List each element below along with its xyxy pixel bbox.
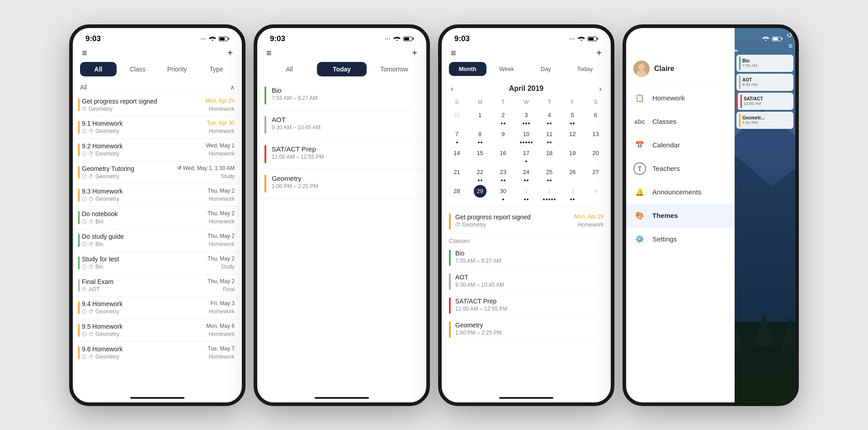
drawer-item-calendar[interactable]: 📅 Calendar bbox=[626, 133, 735, 157]
cal-cell-21[interactable]: 21 bbox=[445, 164, 468, 183]
hw-item-9[interactable]: Final Exam Thu, May 2 ⏱ AOT Final bbox=[73, 274, 242, 296]
cal-next-arrow[interactable]: › bbox=[599, 84, 602, 94]
tab-type-1[interactable]: Type bbox=[198, 62, 235, 76]
sched-item-bio[interactable]: Bio 7:55 AM – 9:27 AM bbox=[257, 81, 426, 110]
hw-item-12[interactable]: 9.6 Homework Tue, May 7 ⓘ ⏱ Geometry Hom… bbox=[73, 341, 242, 364]
add-icon-2[interactable]: + bbox=[412, 48, 417, 58]
phone-3: 9:03 ··· ≡ + Month Week Day Today ‹ Apri… bbox=[438, 24, 614, 406]
add-icon-3[interactable]: + bbox=[596, 48, 602, 58]
add-icon-1[interactable]: + bbox=[227, 48, 233, 58]
tab-day-3[interactable]: Day bbox=[527, 62, 565, 76]
hw-name-1: Get progress report signed bbox=[82, 98, 157, 105]
hw-item-3[interactable]: 9.2 Homework Wed, May 1 ⓘ ⏱ Geometry Hom… bbox=[73, 138, 242, 161]
right-name-geo: Geometr... bbox=[742, 115, 764, 120]
hw-class-4: Geometry bbox=[95, 173, 119, 180]
hw-type-1: Homework bbox=[209, 106, 235, 112]
sched-item-geo[interactable]: Geometry 1:00 PM – 2:25 PM bbox=[257, 169, 426, 198]
tab-tomorrow-2[interactable]: Tomorrow bbox=[369, 62, 419, 76]
cal-class-bio[interactable]: Bio 7:55 AM – 9:27 AM bbox=[442, 246, 611, 270]
status-icons-2: ··· bbox=[385, 35, 414, 42]
drawer-item-announcements[interactable]: 🔔 Announcements bbox=[626, 180, 735, 204]
cal-cell-1[interactable]: 1 bbox=[468, 107, 491, 126]
drawer-item-teachers[interactable]: T Teachers bbox=[626, 157, 735, 180]
cal-cell-4[interactable]: 4 bbox=[538, 107, 561, 126]
header-2: ≡ + bbox=[257, 46, 426, 62]
cal-cell-m4[interactable]: 4 bbox=[584, 183, 607, 202]
cal-cell-m2[interactable]: 2 bbox=[538, 183, 561, 202]
hw-item-8[interactable]: Study for test Thu, May 2 ⓘ ⏱ Bio Study bbox=[73, 251, 242, 274]
cal-cell-18[interactable]: 18 bbox=[538, 145, 561, 164]
tab-week-3[interactable]: Week bbox=[488, 62, 526, 76]
cal-cell-19[interactable]: 19 bbox=[561, 145, 584, 164]
hw-type-11: Homework bbox=[209, 331, 235, 337]
cal-cell-28[interactable]: 28 bbox=[445, 183, 468, 202]
cal-cell-30[interactable]: 30 bbox=[491, 183, 514, 202]
cal-cell-3[interactable]: 3 bbox=[514, 107, 538, 126]
cal-cell-29-today[interactable]: 29 bbox=[468, 183, 491, 202]
tab-all-1[interactable]: All bbox=[80, 62, 117, 76]
cal-cell-22[interactable]: 22 bbox=[468, 164, 491, 183]
cal-cell-5[interactable]: 5 bbox=[561, 107, 584, 126]
cal-cell-16[interactable]: 16 bbox=[491, 145, 514, 164]
drawer-item-homework[interactable]: 📋 Homework bbox=[626, 86, 735, 110]
cal-cell-14[interactable]: 14 bbox=[445, 145, 468, 164]
hw-class-row-10: ⓘ ⏱ Geometry bbox=[82, 308, 119, 315]
clock-icon-6: ⏱ bbox=[89, 219, 94, 224]
cal-cell-13[interactable]: 13 bbox=[584, 126, 607, 145]
hw-item-5[interactable]: 9.3 Homework Thu, May 2 ⓘ ⏱ Geometry Hom… bbox=[73, 184, 242, 206]
cal-cell-27[interactable]: 27 bbox=[584, 164, 607, 183]
cal-class-geo[interactable]: Geometry 1:00 PM – 2:25 PM bbox=[442, 318, 611, 342]
right-bar-bio bbox=[739, 57, 741, 70]
cal-cell-2[interactable]: 2 bbox=[491, 107, 514, 126]
cal-cell-26[interactable]: 26 bbox=[561, 164, 584, 183]
cal-class-sat[interactable]: SAT/ACT Prep 11:00 AM – 12:55 PM bbox=[442, 294, 611, 318]
hw-item-6[interactable]: Do notebook Thu, May 2 ⓘ ⏱ Bio Homework bbox=[73, 206, 242, 229]
cal-cell-11[interactable]: 11 bbox=[538, 126, 561, 145]
drawer-item-themes[interactable]: 🎨 Themes bbox=[626, 204, 735, 227]
cal-cell-12[interactable]: 12 bbox=[561, 126, 584, 145]
right-item-bio: Bio 7:55 AM bbox=[736, 55, 793, 72]
hw-item-1[interactable]: Get progress report signed Mon, Apr 29 ⏱… bbox=[73, 94, 242, 116]
cal-cell-10[interactable]: 10 bbox=[514, 126, 538, 145]
hw-class-row-5: ⓘ ⏱ Geometry bbox=[82, 196, 119, 203]
cal-cell-6[interactable]: 6 bbox=[584, 107, 607, 126]
cal-prev-arrow[interactable]: ‹ bbox=[451, 84, 453, 94]
tab-class-1[interactable]: Class bbox=[119, 62, 156, 76]
tab-priority-1[interactable]: Priority bbox=[159, 62, 195, 76]
cal-class-aot[interactable]: AOT 9:30 AM – 10:45 AM bbox=[442, 270, 611, 294]
tab-today-2[interactable]: Today bbox=[317, 62, 367, 76]
menu-icon-2[interactable]: ≡ bbox=[266, 48, 272, 58]
cal-cell-25[interactable]: 25 bbox=[538, 164, 561, 183]
tab-month-3[interactable]: Month bbox=[449, 62, 486, 76]
cal-cell-17[interactable]: 17 bbox=[514, 145, 538, 164]
hw-item-11[interactable]: 9.5 Homework Mon, May 6 ⓘ ⏱ Geometry Hom… bbox=[73, 319, 242, 341]
drawer-item-classes[interactable]: abc Classes bbox=[626, 110, 735, 133]
right-item-geo: Geometr... 1:01 PM bbox=[736, 112, 793, 129]
sched-item-aot[interactable]: AOT 9:30 AM – 10:45 AM bbox=[257, 110, 426, 140]
hw-item-4[interactable]: Geometry Tutoring ↺ Wed, May 1, 1:30 AM … bbox=[73, 161, 242, 184]
cal-event-hw[interactable]: Get progress report signed Mon, Apr 29 ⏱… bbox=[442, 210, 611, 234]
hw-item-7[interactable]: Do study guide Thu, May 2 ⓘ ⏱ Bio Homewo… bbox=[73, 229, 242, 251]
menu-icon-3[interactable]: ≡ bbox=[451, 48, 456, 58]
menu-icon-1[interactable]: ≡ bbox=[82, 48, 87, 58]
cal-cell-31[interactable]: 31 bbox=[445, 107, 468, 126]
drawer-item-settings[interactable]: ⚙️ Settings bbox=[626, 227, 735, 251]
cal-cell-m1[interactable]: 1 bbox=[514, 183, 538, 202]
cal-cell-15[interactable]: 15 bbox=[468, 145, 491, 164]
tab-today-3[interactable]: Today bbox=[566, 62, 604, 76]
hw-item-2[interactable]: 9.1 Homework Tue, Apr 30 ⓘ ⏱ Geometry Ho… bbox=[73, 116, 242, 138]
cal-cell-8[interactable]: 8 bbox=[468, 126, 491, 145]
hw-date-8: Thu, May 2 bbox=[208, 255, 235, 262]
cal-cell-m3[interactable]: 3 bbox=[561, 183, 584, 202]
cal-hdr-w: W bbox=[514, 97, 538, 107]
sched-item-sat[interactable]: SAT/ACT Prep 11:00 AM – 12:55 PM bbox=[257, 140, 426, 169]
cal-cell-24[interactable]: 24 bbox=[514, 164, 538, 183]
battery-icon-3 bbox=[588, 37, 598, 41]
cal-cell-9[interactable]: 9 bbox=[491, 126, 514, 145]
cal-cell-20[interactable]: 20 bbox=[584, 145, 607, 164]
cal-cell-7[interactable]: 7 bbox=[445, 126, 468, 145]
hw-item-10[interactable]: 9.4 Homework Fri, May 3 ⓘ ⏱ Geometry Hom… bbox=[73, 296, 242, 319]
cal-cell-23[interactable]: 23 bbox=[491, 164, 514, 183]
tab-all-2[interactable]: All bbox=[264, 62, 314, 76]
section-toggle[interactable]: ∧ bbox=[230, 84, 235, 91]
